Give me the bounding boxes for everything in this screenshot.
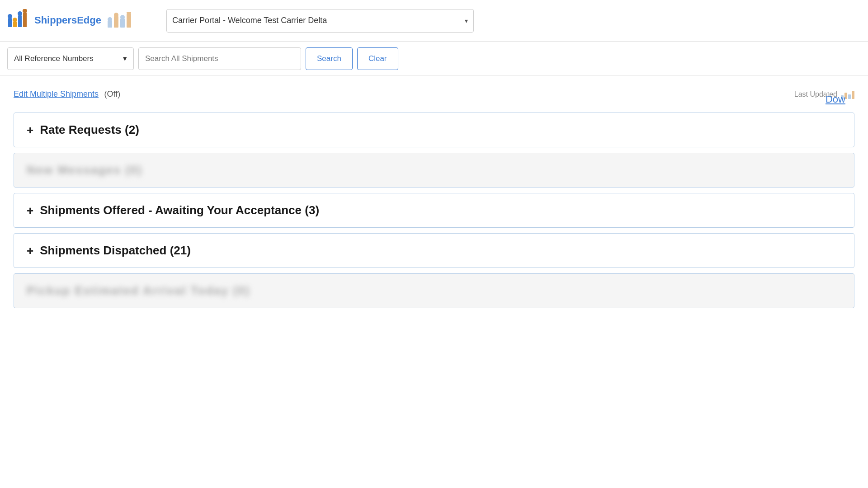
logo-text: ShippersEdge [34,15,101,26]
shipments-offered-expand-icon: + [27,205,33,216]
rate-requests-expand-icon: + [27,124,33,136]
shipments-offered-panel: + Shipments Offered - Awaiting Your Acce… [14,193,854,228]
edit-multiple-link[interactable]: Edit Multiple Shipments [14,89,99,99]
shipments-dispatched-expand-icon: + [27,245,33,257]
shipments-offered-header[interactable]: + Shipments Offered - Awaiting Your Acce… [14,193,854,227]
top-bar: ShippersEdge Carrier Portal - Welcome Te… [0,0,868,42]
edit-multiple-row: Edit Multiple Shipments (Off) Last Updat… [14,85,854,103]
svg-point-7 [23,9,27,13]
svg-point-6 [18,11,22,16]
blurred-section-2-panel: Pickup Estimated Arrival Today (0) [14,273,854,308]
ref-dropdown-chevron: ▾ [123,54,127,63]
blurred-section-1-content: New Messages (0) [14,153,854,187]
svg-point-4 [8,14,12,19]
rate-requests-title: Rate Requests (2) [40,123,139,137]
portal-bar-icons [107,12,161,30]
logo-area: ShippersEdge [7,9,101,33]
shipments-dispatched-panel: + Shipments Dispatched (21) [14,233,854,268]
search-input[interactable] [138,47,301,70]
shipments-offered-title: Shipments Offered - Awaiting Your Accept… [40,203,319,217]
svg-point-5 [13,18,17,22]
clear-button[interactable]: Clear [357,47,398,70]
svg-rect-1 [13,22,17,27]
rate-requests-header[interactable]: + Rate Requests (2) [14,113,854,147]
svg-rect-0 [8,18,12,27]
svg-point-12 [108,17,112,22]
svg-rect-2 [18,15,22,27]
search-button[interactable]: Search [306,47,353,70]
portal-dropdown-label: Carrier Portal - Welcome Test Carrier De… [172,16,327,25]
svg-rect-9 [114,16,118,28]
svg-rect-8 [108,21,112,28]
edit-multiple-left: Edit Multiple Shipments (Off) [14,89,120,99]
shippers-edge-logo-icon [7,9,31,33]
search-bar: All Reference Numbers ▾ Search Clear [0,42,868,76]
portal-bar-chart-icon [107,12,161,30]
reference-numbers-dropdown[interactable]: All Reference Numbers ▾ [7,47,134,70]
chevron-down-icon: ▾ [465,17,468,24]
main-content: Edit Multiple Shipments (Off) Last Updat… [0,76,868,323]
blurred-section-2-content: Pickup Estimated Arrival Today (0) [14,274,854,308]
shipments-dispatched-title: Shipments Dispatched (21) [40,244,191,258]
blurred-section-1-panel: New Messages (0) [14,153,854,188]
edit-multiple-right: Last Updated Dow [794,90,854,99]
ref-dropdown-label: All Reference Numbers [14,54,94,63]
svg-rect-11 [127,14,131,28]
svg-rect-10 [120,19,125,28]
svg-rect-3 [23,13,27,27]
download-link[interactable]: Dow [816,90,854,109]
shipments-dispatched-header[interactable]: + Shipments Dispatched (21) [14,234,854,267]
portal-dropdown[interactable]: Carrier Portal - Welcome Test Carrier De… [166,9,474,33]
svg-point-13 [114,13,118,17]
edit-multiple-status: (Off) [104,89,121,99]
rate-requests-panel: + Rate Requests (2) [14,113,854,147]
svg-point-14 [120,15,125,19]
